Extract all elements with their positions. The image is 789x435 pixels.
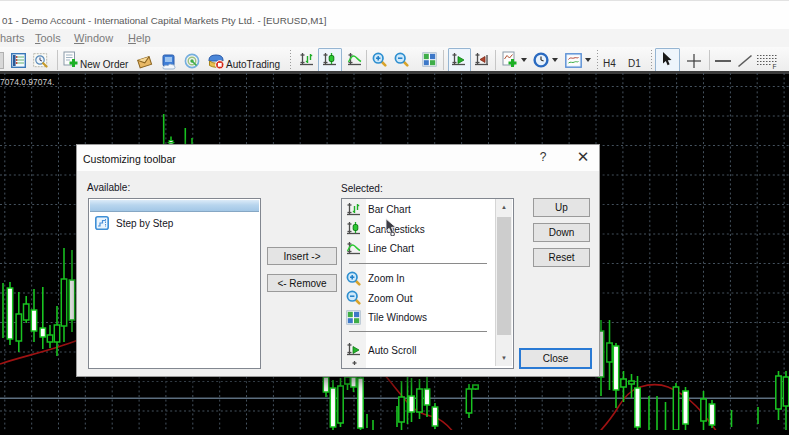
svg-text:F: F: [773, 63, 777, 70]
